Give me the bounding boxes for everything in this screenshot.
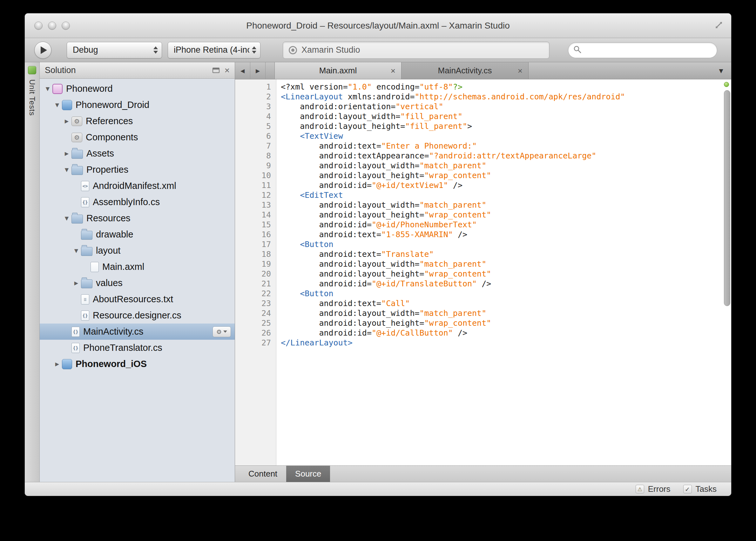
line-number: 9 — [235, 161, 276, 171]
tree-item-phoneword[interactable]: ▼Phoneword — [40, 81, 235, 97]
search-input[interactable] — [585, 45, 712, 55]
tree-item-label: layout — [96, 246, 120, 256]
tree-item-phoneword-ios[interactable]: ▶Phoneword_iOS — [40, 356, 235, 372]
code-line[interactable]: android:layout_height="wrap_content" — [281, 171, 731, 180]
tree-item-mainactivity-cs[interactable]: MainActivity.cs — [40, 323, 235, 340]
code-line[interactable]: android:text="Translate" — [281, 249, 731, 259]
content-view-tab[interactable]: Content — [240, 466, 286, 482]
disclosure-triangle-icon[interactable]: ▼ — [62, 215, 71, 221]
minimize-button[interactable] — [48, 22, 56, 30]
code-line[interactable]: android:layout_height="wrap_content" — [281, 210, 731, 220]
disclosure-triangle-icon[interactable]: ▼ — [43, 86, 52, 92]
code-line[interactable]: <Button — [281, 240, 731, 249]
disclosure-triangle-icon[interactable]: ▶ — [52, 361, 62, 367]
line-number: 5 — [235, 121, 276, 131]
code-line[interactable]: android:layout_width="fill_parent" — [281, 112, 731, 121]
editor-area: ◀ ▶ Main.axml × MainActivity.cs × ▼ 1234… — [235, 62, 731, 482]
code-line[interactable]: android:layout_height="fill_parent"> — [281, 121, 731, 131]
line-number: 16 — [235, 230, 276, 240]
search-field[interactable] — [568, 42, 717, 58]
code-line[interactable]: android:id="@+id/TranslateButton" /> — [281, 279, 731, 288]
disclosure-triangle-icon[interactable]: ▼ — [52, 102, 62, 108]
code-line[interactable]: android:layout_width="match_parent" — [281, 200, 731, 210]
tree-item-phoneword-droid[interactable]: ▼Phoneword_Droid — [40, 97, 235, 113]
dock-pad-icon[interactable] — [213, 68, 219, 73]
tree-item-references[interactable]: ▶References — [40, 113, 235, 129]
errors-label: Errors — [648, 484, 671, 494]
disclosure-triangle-icon[interactable]: ▼ — [62, 167, 71, 173]
configuration-dropdown[interactable]: Debug — [67, 42, 162, 58]
code-line[interactable]: android:text="1-855-XAMARIN" /> — [281, 230, 731, 240]
code-line[interactable]: android:text="Enter a Phoneword:" — [281, 141, 731, 151]
tree-item-resources[interactable]: ▼Resources — [40, 210, 235, 227]
zoom-button[interactable] — [62, 22, 70, 30]
device-dropdown[interactable]: iPhone Retina (4-inch — [168, 42, 260, 58]
code-line[interactable]: android:layout_height="wrap_content" — [281, 269, 731, 279]
tab-list-dropdown-icon[interactable]: ▼ — [711, 62, 731, 79]
quick-task-health-dot[interactable] — [724, 82, 729, 87]
errors-button[interactable]: ⚠ Errors — [629, 482, 677, 496]
unit-tests-pad-tab[interactable]: Unit Tests — [28, 79, 37, 116]
line-number: 26 — [235, 328, 276, 338]
code-line[interactable]: android:orientation="vertical" — [281, 102, 731, 112]
code-line[interactable]: android:id="@+id/textView1" /> — [281, 180, 731, 190]
cs-file-icon — [71, 327, 80, 337]
tab-mainactivity-cs[interactable]: MainActivity.cs × — [402, 62, 529, 79]
tree-item-assemblyinfo-cs[interactable]: AssemblyInfo.cs — [40, 194, 235, 210]
code-line[interactable]: <Button — [281, 288, 731, 298]
scrollbar-thumb[interactable] — [724, 90, 730, 306]
navigate-back-button[interactable]: ◀ — [235, 62, 250, 79]
fullscreen-resize-icon[interactable] — [714, 20, 724, 31]
code-line[interactable]: <EditText — [281, 190, 731, 200]
code-line[interactable]: android:layout_height="wrap_content" — [281, 318, 731, 328]
code-line[interactable]: android:layout_width="match_parent" — [281, 308, 731, 318]
code-line[interactable]: android:layout_width="match_parent" — [281, 161, 731, 171]
tree-item-androidmanifest-xml[interactable]: AndroidManifest.xml — [40, 178, 235, 194]
close-tab-icon[interactable]: × — [391, 67, 395, 75]
tree-item-label: MainActivity.cs — [83, 326, 144, 337]
code-line[interactable]: android:text="Call" — [281, 298, 731, 308]
code-line[interactable]: android:id="@+id/CallButton" /> — [281, 328, 731, 338]
tree-item-aboutresources-txt[interactable]: AboutResources.txt — [40, 291, 235, 307]
line-number: 11 — [235, 180, 276, 190]
code-line[interactable]: android:id="@+id/PhoneNumberText" — [281, 220, 731, 230]
line-number: 12 — [235, 190, 276, 200]
solution-pad-header: Solution × — [40, 62, 235, 79]
tree-item-main-axml[interactable]: Main.axml — [40, 259, 235, 275]
line-number: 25 — [235, 318, 276, 328]
tree-item-assets[interactable]: ▶Assets — [40, 145, 235, 162]
item-options-gear-button[interactable] — [213, 326, 231, 337]
line-number-gutter: 1234567891011121314151617181920212223242… — [235, 79, 276, 465]
source-view-tab[interactable]: Source — [286, 466, 330, 482]
close-pad-icon[interactable]: × — [225, 66, 230, 75]
tree-item-label: Assets — [86, 148, 114, 159]
run-button[interactable] — [34, 42, 51, 59]
tree-item-components[interactable]: Components — [40, 129, 235, 145]
titlebar[interactable]: Phoneword_Droid – Resources/layout/Main.… — [25, 13, 731, 38]
tree-item-resource-designer-cs[interactable]: Resource.designer.cs — [40, 307, 235, 323]
tree-item-phonetranslator-cs[interactable]: PhoneTranslator.cs — [40, 340, 235, 356]
line-number: 8 — [235, 151, 276, 161]
close-tab-icon[interactable]: × — [518, 67, 523, 75]
code-line[interactable]: <?xml version="1.0" encoding="utf-8"?> — [281, 82, 731, 92]
disclosure-triangle-icon[interactable]: ▼ — [71, 248, 81, 254]
code-line[interactable]: android:layout_width="match_parent" — [281, 259, 731, 269]
editor-scrollbar[interactable] — [724, 90, 730, 462]
disclosure-triangle-icon[interactable]: ▶ — [71, 280, 81, 286]
code-line[interactable]: </LinearLayout> — [281, 338, 731, 348]
code-line[interactable]: <LinearLayout xmlns:android="http://sche… — [281, 92, 731, 102]
code-line[interactable]: android:textAppearance="?android:attr/te… — [281, 151, 731, 161]
disclosure-triangle-icon[interactable]: ▶ — [62, 118, 71, 124]
tree-item-values[interactable]: ▶values — [40, 275, 235, 291]
tree-item-layout[interactable]: ▼layout — [40, 243, 235, 259]
tab-main-axml[interactable]: Main.axml × — [274, 62, 402, 79]
tree-item-drawable[interactable]: drawable — [40, 227, 235, 243]
line-number: 21 — [235, 279, 276, 288]
navigate-forward-button[interactable]: ▶ — [250, 62, 266, 79]
tree-item-properties[interactable]: ▼Properties — [40, 162, 235, 178]
code-line[interactable]: <TextView — [281, 131, 731, 141]
tasks-button[interactable]: ✓ Tasks — [677, 482, 723, 496]
close-button[interactable] — [34, 22, 43, 30]
disclosure-triangle-icon[interactable]: ▶ — [62, 151, 71, 157]
code-editor[interactable]: 1234567891011121314151617181920212223242… — [235, 79, 731, 465]
